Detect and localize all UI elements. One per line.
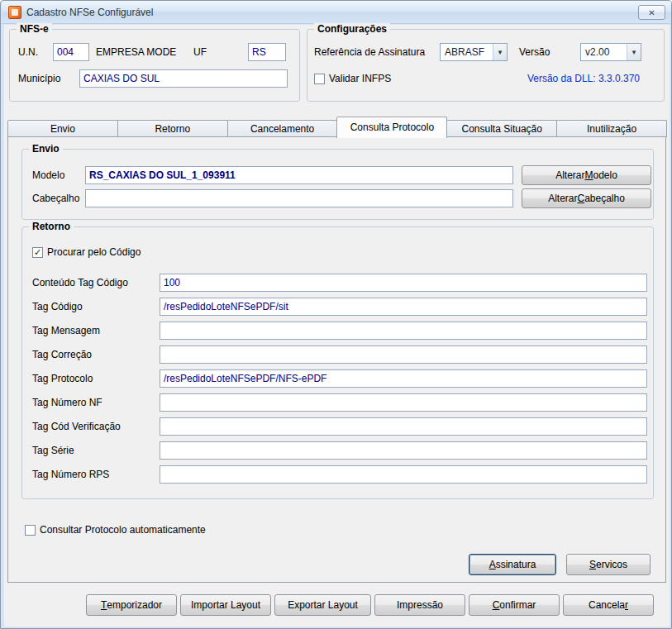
tag-numero-nf-label: Tag Número NF [32,393,102,412]
envio-group-title: Envio [29,143,63,155]
configuracoes-group-title: Configurações [314,23,390,35]
tag-mensagem-input[interactable] [160,322,647,340]
tag-protocolo-label: Tag Protocolo [32,369,93,388]
envio-groupbox: Envio Modelo Alterar Modelo Cabeçalho Al… [21,149,654,220]
cabecalho-label: Cabeçalho [32,189,79,207]
button-label-part: Alterar [555,169,584,181]
tab-consulta-situacao[interactable]: Consulta Situação [446,120,557,137]
tab-strip: Envio Retorno Cancelamento Consulta Prot… [7,116,666,137]
referencia-assinatura-select[interactable]: ABRASF ▾ [440,43,508,61]
dialog-client-area: NFS-e U.N. EMPRESA MODE UF Município Con… [4,25,670,627]
button-hotkey: A [489,559,496,570]
alterar-cabecalho-button[interactable]: Alterar Cabeçalho [522,188,651,208]
cancelar-button[interactable]: Cancelar [563,594,654,616]
municipio-input[interactable] [79,69,288,88]
assinatura-button[interactable]: Assinatura [469,554,556,575]
app-icon [8,6,21,19]
modelo-input[interactable] [85,166,513,184]
button-hotkey: r [625,599,628,611]
dialog-window: Cadastro NFSe Configurável ✕ NFS-e U.N. … [0,0,672,629]
temporizador-button[interactable]: Temporizador [86,594,177,616]
tag-cod-verificacao-input[interactable] [160,417,647,436]
button-hotkey: M [584,169,593,181]
referencia-assinatura-value: ABRASF [441,46,493,58]
chevron-down-icon: ▾ [493,44,507,60]
tab-retorno[interactable]: Retorno [117,120,228,137]
tag-correcao-input[interactable] [160,345,647,364]
dll-version-text: Versão da DLL: 3.3.0.370 [527,69,640,88]
close-icon: ✕ [648,8,655,17]
versao-label: Versão [519,43,550,61]
checkbox-box: ✓ [32,247,43,258]
button-hotkey: S [589,559,596,570]
un-input[interactable] [53,43,89,61]
tab-consulta-protocolo[interactable]: Consulta Protocolo [336,117,447,138]
consulta-protocolo-tabpanel: Envio Modelo Alterar Modelo Cabeçalho Al… [7,136,666,583]
importar-layout-button[interactable]: Importar Layout [180,594,271,616]
exportar-layout-button[interactable]: Exportar Layout [274,594,371,616]
chevron-down-icon: ▾ [627,44,641,60]
configuracoes-groupbox: Configurações Referência de Assinatura A… [307,29,665,102]
company-name-label: EMPRESA MODE [96,43,176,61]
titlebar[interactable]: Cadastro NFSe Configurável ✕ [2,1,672,24]
procurar-pelo-codigo-checkbox[interactable]: ✓ Procurar pelo Código [32,245,141,259]
tab-cancelamento[interactable]: Cancelamento [227,120,338,137]
modelo-label: Modelo [32,166,64,184]
municipio-label: Município [18,69,60,88]
versao-select[interactable]: v2.00 ▾ [580,43,641,61]
button-hotkey: C [577,193,584,204]
validar-infps-checkbox[interactable]: Validar INFPS [314,72,391,85]
tab-inutilizacao[interactable]: Inutilização [556,120,667,137]
servicos-button[interactable]: Servicos [566,554,651,575]
tag-serie-input[interactable] [160,441,647,460]
button-label-part: odelo [593,169,617,181]
conteudo-tag-codigo-label: Conteúdo Tag Código [32,274,128,292]
tag-protocolo-input[interactable] [160,369,647,388]
button-label-part: ssinatura [496,559,536,570]
versao-value: v2.00 [581,46,627,58]
button-label-part: emporizador [107,599,162,611]
tab-envio[interactable]: Envio [7,120,118,137]
tag-correcao-label: Tag Correção [32,345,92,364]
button-hotkey: C [493,599,500,611]
button-label-part: abeçalho [584,193,625,204]
tag-serie-label: Tag Série [32,441,74,460]
tag-numero-nf-input[interactable] [160,393,647,412]
nfse-group-title: NFS-e [17,23,52,35]
tag-mensagem-label: Tag Mensagem [32,322,100,340]
alterar-modelo-button[interactable]: Alterar Modelo [522,165,651,185]
validar-infps-label: Validar INFPS [329,73,391,84]
bottom-button-row: Temporizador Importar Layout Exportar La… [86,594,654,616]
conteudo-tag-codigo-input[interactable] [160,274,647,292]
button-label-part: ervicos [596,559,627,570]
consultar-protocolo-auto-checkbox[interactable]: Consultar Protocolo automaticamente [25,523,206,536]
uf-input[interactable] [248,43,286,61]
uf-label: UF [193,43,207,61]
un-label: U.N. [18,43,38,61]
referencia-assinatura-label: Referência de Assinatura [314,43,425,61]
tag-cod-verificacao-label: Tag Cód Verificação [32,417,121,436]
button-label-part: Alterar [548,193,577,204]
nfse-groupbox: NFS-e U.N. EMPRESA MODE UF Município [9,29,300,102]
consultar-protocolo-auto-label: Consultar Protocolo automaticamente [40,524,206,536]
checkbox-box [25,525,36,536]
tag-numero-rps-label: Tag Número RPS [32,465,109,484]
cabecalho-input[interactable] [85,189,513,207]
impressao-button[interactable]: Impressão [374,594,465,616]
button-label-part: Cancela [589,599,625,611]
button-label-part: Exportar Layout [288,599,358,611]
button-label-part: Importar Layout [191,599,260,611]
confirmar-button[interactable]: Confirmar [469,594,560,616]
retorno-groupbox: Retorno ✓ Procurar pelo Código Conteúdo … [21,226,654,499]
retorno-group-title: Retorno [29,221,74,232]
tag-codigo-label: Tag Código [32,298,83,316]
button-label-part: Impressão [397,599,443,611]
window-title: Cadastro NFSe Configurável [26,7,153,18]
tag-codigo-input[interactable] [160,298,647,316]
checkbox-box [314,74,325,84]
procurar-pelo-codigo-label: Procurar pelo Código [47,246,141,258]
button-hotkey: T [101,599,107,611]
button-label-part: onfirmar [499,599,536,611]
tag-numero-rps-input[interactable] [160,465,647,484]
close-button[interactable]: ✕ [638,5,665,20]
